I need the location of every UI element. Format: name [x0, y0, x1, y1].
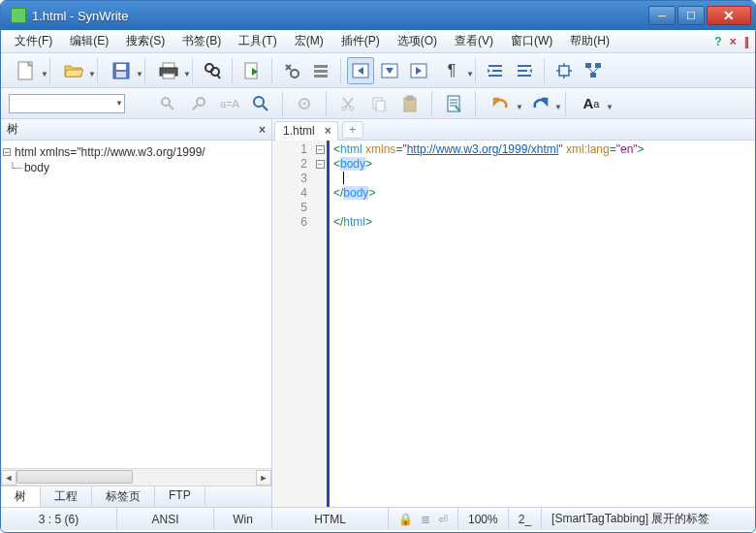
- svg-line-39: [263, 106, 268, 110]
- find-prev-button[interactable]: [185, 90, 212, 117]
- config-button[interactable]: [291, 90, 318, 117]
- menu-tools[interactable]: 工具(T): [233, 31, 282, 51]
- select-all-button[interactable]: [440, 90, 467, 117]
- svg-rect-31: [590, 73, 596, 78]
- text-cursor: [343, 172, 344, 184]
- code-text[interactable]: <html xmlns="http://www.w3.org/1999/xhtm…: [327, 141, 755, 507]
- tab-tabs[interactable]: 标签页: [92, 486, 155, 507]
- tab-tree[interactable]: 树: [1, 486, 41, 507]
- line-gutter: 1 2 3 4 5 6: [272, 141, 313, 507]
- svg-line-35: [169, 105, 173, 110]
- search-input[interactable]: [9, 94, 125, 113]
- app-icon: [11, 8, 26, 23]
- menu-bookmarks[interactable]: 书签(B): [176, 31, 227, 51]
- tree-view[interactable]: − html xmlns="http://www.w3.org/1999/ └┄…: [1, 141, 271, 468]
- svg-rect-3: [116, 72, 126, 78]
- status-z2: 2_: [509, 508, 542, 530]
- open-file-button[interactable]: ▼: [56, 57, 91, 84]
- menu-file[interactable]: 文件(F): [9, 31, 58, 51]
- toolbar-secondary: ▼ a=A ▼ ▼ Aa▼: [1, 88, 755, 119]
- svg-point-45: [350, 107, 354, 110]
- find-button[interactable]: [199, 57, 226, 84]
- code-area[interactable]: 1 2 3 4 5 6 − − <html xmlns="http://www.…: [272, 141, 755, 507]
- customize-button[interactable]: [307, 57, 334, 84]
- scroll-thumb[interactable]: [16, 470, 133, 484]
- panel-close-icon[interactable]: ×: [259, 123, 266, 137]
- fold-icon[interactable]: −: [316, 160, 325, 169]
- scroll-left-icon[interactable]: ◄: [1, 470, 16, 486]
- svg-rect-49: [407, 96, 413, 100]
- new-tab-button[interactable]: +: [342, 121, 363, 139]
- status-zoom[interactable]: 100%: [458, 508, 509, 530]
- scroll-right-icon[interactable]: ►: [256, 470, 271, 486]
- svg-rect-24: [559, 66, 569, 76]
- svg-point-44: [342, 107, 346, 110]
- copy-button[interactable]: [365, 90, 393, 117]
- tab-label: 1.html: [283, 124, 315, 138]
- statusbar: 3 : 5 (6) ANSI Win HTML 🔒 ≣ ⏎ 100% 2_ [S…: [1, 507, 755, 530]
- panel-header: 树 ×: [1, 119, 271, 141]
- goto-button[interactable]: [238, 57, 266, 84]
- panel-left-button[interactable]: [347, 57, 374, 84]
- menu-plugins[interactable]: 插件(P): [335, 31, 386, 51]
- panel-down-button[interactable]: [376, 57, 403, 84]
- status-eol[interactable]: Win: [214, 508, 272, 530]
- help-icon[interactable]: ?: [714, 35, 721, 48]
- menu-bars-icon[interactable]: |||: [744, 35, 747, 48]
- maximize-button[interactable]: ☐: [677, 6, 705, 25]
- svg-rect-14: [314, 75, 328, 78]
- redo-button[interactable]: ▼: [522, 90, 557, 117]
- tree-node-html[interactable]: − html xmlns="http://www.w3.org/1999/: [3, 144, 269, 160]
- svg-point-34: [162, 98, 170, 106]
- svg-rect-29: [585, 63, 591, 68]
- cut-button[interactable]: [334, 90, 362, 117]
- settings-button[interactable]: [278, 57, 305, 84]
- zoom-button[interactable]: [247, 90, 274, 117]
- print-button[interactable]: ▼: [151, 57, 186, 84]
- save-button[interactable]: ▼: [104, 57, 139, 84]
- svg-point-38: [254, 97, 264, 107]
- editor-area: 1.html × + 1 2 3 4 5 6 − − <html xmlns="…: [272, 119, 755, 507]
- sync-button[interactable]: [551, 57, 578, 84]
- status-encoding[interactable]: ANSI: [117, 508, 214, 530]
- collapse-icon[interactable]: −: [3, 148, 11, 156]
- menu-edit[interactable]: 编辑(E): [64, 31, 114, 51]
- menu-help[interactable]: 帮助(H): [564, 31, 615, 51]
- svg-rect-12: [314, 65, 328, 68]
- svg-point-36: [197, 98, 205, 106]
- menu-options[interactable]: 选项(O): [392, 31, 443, 51]
- paste-button[interactable]: [396, 90, 424, 117]
- editor-tabbar: 1.html × +: [272, 119, 755, 141]
- svg-point-41: [302, 102, 305, 105]
- tree-node-body[interactable]: └┄ body: [3, 160, 269, 175]
- menu-search[interactable]: 搜索(S): [120, 31, 171, 51]
- panel-title: 树: [7, 121, 259, 138]
- close-button[interactable]: ✕: [707, 6, 751, 25]
- status-message: [SmartTagTabbing] 展开的标签: [542, 508, 755, 530]
- status-language[interactable]: HTML: [272, 508, 389, 530]
- tab-project[interactable]: 工程: [41, 486, 92, 507]
- find-next-button[interactable]: [154, 90, 181, 117]
- menu-view[interactable]: 查看(V): [449, 31, 499, 51]
- tab-close-icon[interactable]: ×: [325, 124, 331, 138]
- undo-button[interactable]: ▼: [484, 90, 519, 117]
- case-button[interactable]: a=A: [216, 90, 243, 117]
- horizontal-scrollbar[interactable]: ◄ ►: [1, 468, 271, 486]
- svg-line-32: [588, 68, 593, 73]
- font-button[interactable]: Aa▼: [574, 90, 609, 117]
- toolbar-main: ▼ ▼ ▼ ▼ ¶▼: [1, 53, 755, 88]
- indent-button[interactable]: [482, 57, 509, 84]
- menu-macro[interactable]: 宏(M): [289, 31, 330, 51]
- editor-tab[interactable]: 1.html ×: [274, 121, 338, 141]
- tab-ftp[interactable]: FTP: [155, 486, 205, 507]
- outdent-button[interactable]: [511, 57, 538, 84]
- tree-button[interactable]: [580, 57, 607, 84]
- menu-window[interactable]: 窗口(W): [505, 31, 558, 51]
- minimize-button[interactable]: ─: [648, 6, 676, 25]
- wrap-icon: ⏎: [438, 513, 448, 526]
- fold-icon[interactable]: −: [316, 145, 325, 154]
- menu-close-icon[interactable]: ×: [730, 35, 737, 48]
- new-file-button[interactable]: ▼: [9, 57, 44, 84]
- panel-right-button[interactable]: [405, 57, 432, 84]
- pilcrow-button[interactable]: ¶▼: [434, 57, 469, 84]
